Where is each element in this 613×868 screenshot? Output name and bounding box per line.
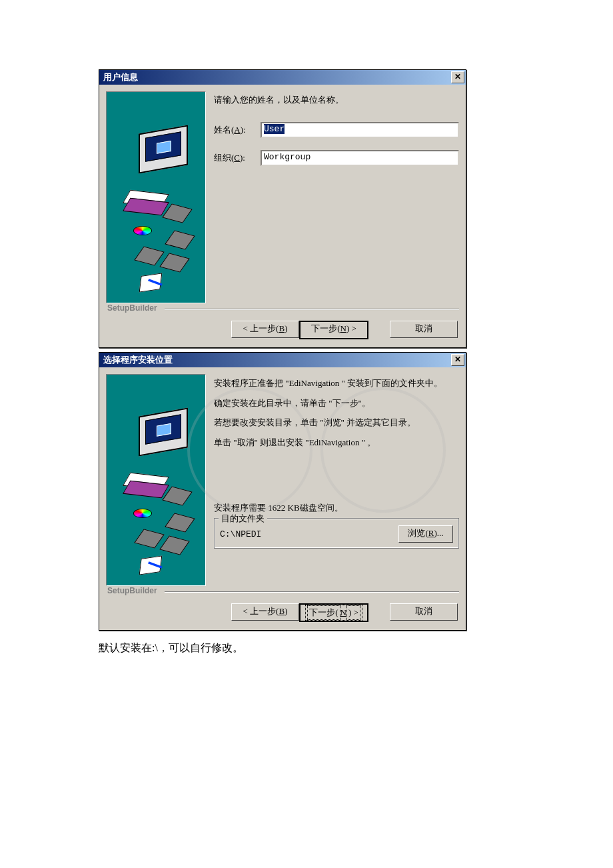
dialog-title: 用户信息 — [103, 71, 138, 83]
back-button[interactable]: < 上一步(B) — [231, 321, 299, 338]
button-row: < 上一步(B) 下一步(N) > 取消 — [99, 599, 466, 630]
org-row: 组织(C): Workgroup — [214, 150, 459, 166]
install-path: C:\NPEDI — [220, 529, 261, 539]
brand-label: SetupBuilder — [107, 586, 157, 595]
document-caption: 默认安装在:\，可以自行修改。 — [99, 641, 243, 655]
dialog-install-location: 选择程序安装位置 ✕ 安装程序正准备把 "EdiNavigation " 安装到… — [99, 352, 466, 631]
wizard-graphic — [106, 91, 206, 303]
button-row: < 上一步(B) 下一步(N) > 取消 — [99, 317, 466, 347]
brand-label: SetupBuilder — [107, 303, 157, 313]
group-legend: 目的文件夹 — [219, 513, 267, 525]
name-row: 姓名(A): User — [214, 122, 459, 138]
separator — [165, 591, 459, 593]
close-icon[interactable]: ✕ — [451, 354, 464, 366]
wizard-graphic — [106, 374, 206, 586]
install-text-4: 单击 "取消" 则退出安装 "EdiNavigation " 。 — [214, 436, 459, 449]
titlebar: 选择程序安装位置 ✕ — [99, 353, 466, 367]
titlebar: 用户信息 ✕ — [99, 70, 466, 85]
next-button[interactable]: 下一步(N) > — [299, 603, 368, 622]
cancel-button[interactable]: 取消 — [390, 321, 458, 338]
install-text-1: 安装程序正准备把 "EdiNavigation " 安装到下面的文件夹中。 — [214, 377, 459, 390]
destination-groupbox: 目的文件夹 C:\NPEDI 浏览(R)... — [214, 518, 459, 549]
name-input[interactable]: User — [261, 122, 459, 138]
name-label: 姓名(A): — [214, 124, 261, 136]
dialog-body: 安装程序正准备把 "EdiNavigation " 安装到下面的文件夹中。 确定… — [99, 367, 466, 587]
close-icon[interactable]: ✕ — [451, 71, 464, 83]
separator — [165, 309, 459, 310]
dialog-body: 请输入您的姓名，以及单位名称。 姓名(A): User 组织(C): Workg… — [99, 85, 466, 305]
dialog-content: 安装程序正准备把 "EdiNavigation " 安装到下面的文件夹中。 确定… — [214, 374, 459, 586]
install-text-2: 确定安装在此目录中，请单击 "下一步"。 — [214, 397, 459, 410]
back-button[interactable]: < 上一步(B) — [231, 603, 299, 621]
next-button[interactable]: 下一步(N) > — [299, 321, 368, 339]
instruction-text: 请输入您的姓名，以及单位名称。 — [214, 94, 459, 106]
cancel-button[interactable]: 取消 — [390, 603, 458, 621]
dialog-user-info: 用户信息 ✕ 请输入您的姓名，以及单位名称。 姓名(A): User — [99, 69, 466, 348]
dialog-content: 请输入您的姓名，以及单位名称。 姓名(A): User 组织(C): Workg… — [214, 91, 459, 303]
install-text-3: 若想要改变安装目录，单击 "浏览" 并选定其它目录。 — [214, 416, 459, 429]
dialog-title: 选择程序安装位置 — [103, 354, 173, 366]
browse-button[interactable]: 浏览(R)... — [398, 525, 453, 543]
org-label: 组织(C): — [214, 152, 261, 164]
org-input[interactable]: Workgroup — [261, 150, 459, 166]
